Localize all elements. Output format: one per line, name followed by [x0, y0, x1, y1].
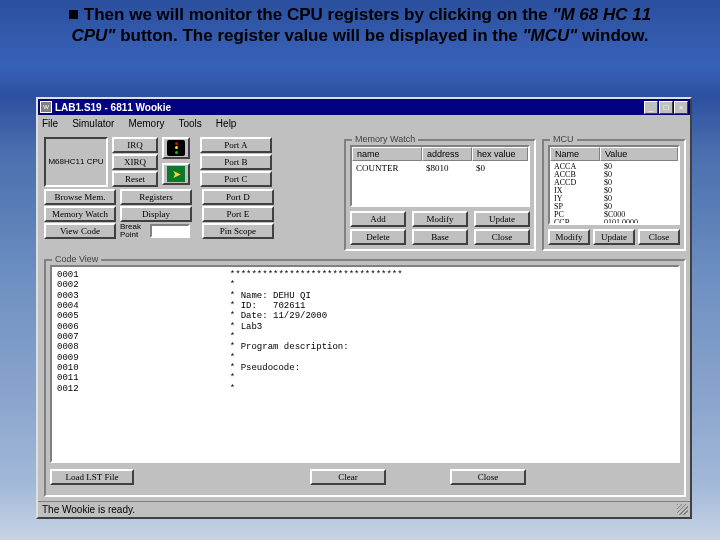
client-area: M68HC11 CPU IRQ XIRQ Reset ➤ Port A Port…: [38, 131, 690, 501]
menu-memory[interactable]: Memory: [126, 118, 166, 129]
mw-cell-val: $0: [476, 163, 485, 173]
caption-text-2: button. The register value will be displ…: [115, 26, 522, 45]
mcu-col-name[interactable]: Name: [550, 147, 600, 161]
breakpoint-input[interactable]: [150, 224, 190, 238]
registers-button[interactable]: Registers: [120, 189, 192, 205]
memory-watch-title: Memory Watch: [352, 134, 418, 144]
maximize-button[interactable]: □: [659, 101, 673, 114]
menu-tools[interactable]: Tools: [177, 118, 204, 129]
mw-cell-name: COUNTER: [356, 163, 426, 173]
mw-base-button[interactable]: Base: [412, 229, 468, 245]
port-e-button[interactable]: Port E: [202, 206, 274, 222]
close-button[interactable]: ×: [674, 101, 688, 114]
left-controls: M68HC11 CPU IRQ XIRQ Reset ➤ Port A Port…: [44, 137, 274, 239]
cpu-button[interactable]: M68HC11 CPU: [44, 137, 108, 187]
mcu-col-value[interactable]: Value: [600, 147, 678, 161]
bullet-icon: [69, 10, 78, 19]
code-close-button[interactable]: Close: [450, 469, 526, 485]
load-lst-button[interactable]: Load LST File: [50, 469, 134, 485]
mcu-panel: MCU Name Value ACCA$0ACCB$0ACCD$0IX$0IY$…: [542, 139, 686, 251]
mw-cell-addr: $8010: [426, 163, 476, 173]
mcu-close-button[interactable]: Close: [638, 229, 680, 245]
mw-col-hexvalue[interactable]: hex value: [472, 147, 528, 161]
mcu-title: MCU: [550, 134, 577, 144]
mw-col-address[interactable]: address: [422, 147, 472, 161]
code-view-panel: Code View 0001 *************************…: [44, 259, 686, 497]
code-view-title: Code View: [52, 254, 101, 264]
caption-text-3: window.: [577, 26, 648, 45]
runner-icon: ➤: [167, 166, 185, 182]
mcu-row[interactable]: ACCD$0: [554, 179, 674, 187]
mw-add-button[interactable]: Add: [350, 211, 406, 227]
memory-watch-panel: Memory Watch name address hex value COUN…: [344, 139, 536, 251]
stoplight-button[interactable]: [162, 137, 190, 159]
port-c-button[interactable]: Port C: [200, 171, 272, 187]
app-window: W LAB1.S19 - 6811 Wookie _ □ × File Simu…: [36, 97, 692, 519]
view-code-button[interactable]: View Code: [44, 223, 116, 239]
menu-simulator[interactable]: Simulator: [70, 118, 116, 129]
mw-row[interactable]: COUNTER$8010$0: [356, 163, 524, 173]
mcu-list[interactable]: Name Value ACCA$0ACCB$0ACCD$0IX$0IY$0SP$…: [548, 145, 680, 225]
port-b-button[interactable]: Port B: [200, 154, 272, 170]
memory-watch-button[interactable]: Memory Watch: [44, 206, 116, 222]
menu-help[interactable]: Help: [214, 118, 239, 129]
reset-button[interactable]: Reset: [112, 171, 158, 187]
memory-watch-list[interactable]: name address hex value COUNTER$8010$0: [350, 145, 530, 207]
mw-modify-button[interactable]: Modify: [412, 211, 468, 227]
mcu-update-button[interactable]: Update: [593, 229, 635, 245]
app-icon[interactable]: W: [40, 101, 52, 113]
traffic-icon: [167, 140, 185, 156]
mw-delete-button[interactable]: Delete: [350, 229, 406, 245]
port-d-button[interactable]: Port D: [202, 189, 274, 205]
statusbar: The Wookie is ready.: [38, 501, 690, 517]
mw-col-name[interactable]: name: [352, 147, 422, 161]
mcu-row[interactable]: CCR0101 0000: [554, 219, 674, 225]
run-button[interactable]: ➤: [162, 163, 190, 185]
window-title: LAB1.S19 - 6811 Wookie: [55, 102, 643, 113]
caption-em-2: "MCU": [523, 26, 578, 45]
pin-scope-button[interactable]: Pin Scope: [202, 223, 274, 239]
mcu-cell-name: CCR: [554, 219, 604, 225]
mw-update-button[interactable]: Update: [474, 211, 530, 227]
mcu-row[interactable]: IX$0: [554, 187, 674, 195]
slide-caption: Then we will monitor the CPU registers b…: [0, 0, 720, 53]
code-listing[interactable]: 0001 ******************************** 00…: [50, 265, 680, 463]
caption-text-1: Then we will monitor the CPU registers b…: [84, 5, 553, 24]
mcu-modify-button[interactable]: Modify: [548, 229, 590, 245]
minimize-button[interactable]: _: [644, 101, 658, 114]
breakpoint-label: Break Point: [120, 223, 148, 239]
port-a-button[interactable]: Port A: [200, 137, 272, 153]
mcu-cell-value: 0101 0000: [604, 219, 638, 225]
xirq-button[interactable]: XIRQ: [112, 154, 158, 170]
display-button[interactable]: Display: [120, 206, 192, 222]
menubar: File Simulator Memory Tools Help: [38, 115, 690, 131]
status-text: The Wookie is ready.: [42, 504, 135, 515]
resize-grip-icon[interactable]: [677, 504, 688, 515]
code-clear-button[interactable]: Clear: [310, 469, 386, 485]
titlebar[interactable]: W LAB1.S19 - 6811 Wookie _ □ ×: [38, 99, 690, 115]
browse-mem-button[interactable]: Browse Mem.: [44, 189, 116, 205]
mcu-header: Name Value: [550, 147, 678, 161]
mw-close-button[interactable]: Close: [474, 229, 530, 245]
irq-button[interactable]: IRQ: [112, 137, 158, 153]
menu-file[interactable]: File: [40, 118, 60, 129]
memory-watch-header: name address hex value: [352, 147, 528, 161]
mcu-row[interactable]: IY$0: [554, 195, 674, 203]
